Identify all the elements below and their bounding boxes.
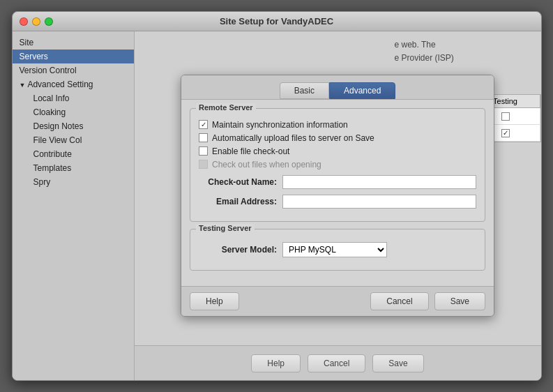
checkout-opening-checkbox[interactable] (199, 160, 208, 169)
dialog-action-buttons: Cancel Save (370, 292, 485, 310)
sync-checkbox[interactable] (199, 120, 208, 129)
checkbox-auto-upload-row: Automatically upload files to server on … (199, 133, 476, 143)
dialog-cancel-button[interactable]: Cancel (370, 292, 428, 310)
sidebar-item-templates[interactable]: Templates (13, 161, 134, 175)
auto-upload-checkbox[interactable] (199, 133, 208, 142)
tab-basic[interactable]: Basic (280, 82, 329, 99)
sidebar-item-advanced-settings[interactable]: ▼Advanced Setting (13, 77, 134, 91)
main-area: e web. The e Provider (ISP) Dreamweaver … (135, 31, 541, 380)
tab-advanced[interactable]: Advanced (329, 82, 395, 99)
email-address-row: Email Address: (199, 195, 476, 209)
checkout-name-row: Check-out Name: (199, 175, 476, 189)
checkbox-file-checkout-row: Enable file check-out (199, 146, 476, 156)
close-button[interactable] (20, 17, 28, 26)
sidebar-item-contribute[interactable]: Contribute (13, 147, 134, 161)
testing-server-section: Testing Server Server Model: None ASP Ja… (190, 229, 485, 271)
remote-server-legend: Remote Server (196, 103, 256, 112)
site-setup-dialog: Basic Advanced Remote Server (181, 75, 494, 317)
sidebar-item-file-view-col[interactable]: File View Col (13, 133, 134, 147)
checkout-name-label: Check-out Name: (199, 177, 282, 187)
dialog-help-button[interactable]: Help (190, 292, 239, 310)
checkout-name-input[interactable] (282, 175, 476, 189)
dialog-tab-bar: Basic Advanced (181, 75, 494, 100)
window-title: Site Setup for VandyADEC (220, 16, 333, 27)
checkbox-checkout-opening-row: Check out files when opening (199, 160, 476, 169)
sidebar-item-spry[interactable]: Spry (13, 175, 134, 189)
email-address-label: Email Address: (199, 197, 282, 206)
expand-triangle-icon: ▼ (20, 82, 26, 89)
testing-server-legend: Testing Server (196, 224, 255, 232)
checkbox-sync-row: Maintain synchronization information (199, 120, 476, 130)
file-checkout-checkbox[interactable] (199, 146, 208, 156)
server-model-row: Server Model: None ASP JavaScript ASP VB… (199, 242, 476, 257)
sidebar: Site Servers Version Control ▼Advanced S… (13, 31, 135, 380)
sidebar-item-design-notes[interactable]: Design Notes (13, 119, 134, 133)
sidebar-item-local-info[interactable]: Local Info (13, 91, 134, 105)
outer-window: Site Setup for VandyADEC Site Servers Ve… (12, 11, 542, 381)
window-controls (20, 17, 53, 26)
server-model-select[interactable]: None ASP JavaScript ASP VBScript ASP.NET… (282, 242, 387, 257)
sidebar-item-version-control[interactable]: Version Control (13, 63, 134, 77)
minimize-button[interactable] (32, 17, 40, 26)
server-model-wrapper: None ASP JavaScript ASP VBScript ASP.NET… (282, 242, 476, 257)
maximize-button[interactable] (45, 17, 53, 26)
sidebar-item-site[interactable]: Site (13, 36, 134, 50)
title-bar: Site Setup for VandyADEC (13, 12, 541, 31)
dialog-save-button[interactable]: Save (434, 292, 485, 310)
dialog-overlay: Basic Advanced Remote Server (135, 31, 541, 380)
window-body: Site Servers Version Control ▼Advanced S… (13, 31, 541, 380)
sidebar-item-cloaking[interactable]: Cloaking (13, 105, 134, 119)
sidebar-item-servers[interactable]: Servers (13, 50, 134, 63)
dialog-content: Remote Server Maintain synchronization i… (181, 100, 494, 286)
email-address-input[interactable] (282, 195, 476, 209)
dialog-footer: Help Cancel Save (181, 286, 494, 316)
server-model-label: Server Model: (199, 245, 282, 255)
remote-server-section: Remote Server Maintain synchronization i… (190, 108, 485, 222)
